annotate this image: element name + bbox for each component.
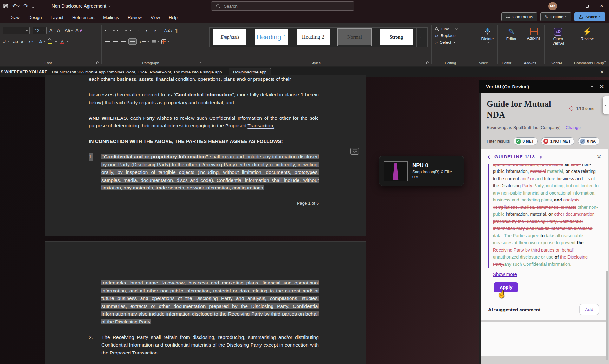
dictate-button[interactable]: Dictate bbox=[477, 25, 498, 44]
comment-indicator-button[interactable] bbox=[350, 148, 359, 155]
tab-view[interactable]: View bbox=[146, 13, 164, 22]
panel-side-collapse-tab[interactable] bbox=[603, 96, 609, 114]
guideline-close-icon[interactable]: ✕ bbox=[597, 153, 601, 160]
save-button[interactable] bbox=[3, 3, 8, 9]
select-button[interactable]: ▷ Select bbox=[435, 40, 471, 45]
ai-comment-row: AI suggested comment Add bbox=[481, 298, 608, 315]
style-heading-1[interactable]: Heading 1 bbox=[255, 29, 288, 45]
word-window: ↶ ↷ Non Disclosure Agreement MB × Draw D… bbox=[0, 0, 609, 364]
align-left-button[interactable] bbox=[105, 40, 110, 43]
quick-access-toolbar: ↶ ↷ bbox=[0, 3, 34, 10]
numbering-button[interactable] bbox=[117, 29, 127, 32]
search-input[interactable] bbox=[224, 4, 338, 9]
line-spacing-button[interactable]: ↕ bbox=[139, 39, 149, 44]
show-more-link[interactable]: Show more bbox=[493, 271, 517, 277]
customize-quick-access-button[interactable] bbox=[32, 3, 34, 10]
comments-button[interactable]: Comments bbox=[501, 12, 537, 21]
chevron-down-icon bbox=[67, 40, 69, 42]
tab-help[interactable]: Help bbox=[164, 13, 182, 22]
text-effects-button[interactable]: A bbox=[39, 39, 45, 44]
minimize-button[interactable] bbox=[565, 0, 580, 12]
tab-design[interactable]: Design bbox=[24, 13, 46, 22]
panel-close-icon[interactable]: ✕ bbox=[600, 84, 604, 90]
replace-button[interactable]: ⇄ Replace bbox=[435, 33, 471, 38]
close-button[interactable]: × bbox=[594, 0, 609, 12]
review-command-button[interactable]: ⚡ Review bbox=[577, 25, 598, 41]
bullets-button[interactable] bbox=[105, 29, 115, 32]
download-app-button[interactable]: Download the app bbox=[229, 68, 271, 76]
undo-button[interactable]: ↶ bbox=[12, 3, 19, 9]
change-case-button[interactable]: Aa bbox=[65, 28, 73, 33]
avatar[interactable]: MB bbox=[548, 2, 557, 10]
document-page-2[interactable]: trademarks, brand name, know-how, busine… bbox=[45, 242, 366, 364]
chevron-down-icon bbox=[453, 41, 455, 43]
list-number: 1. bbox=[89, 153, 93, 161]
collapse-ribbon-button[interactable] bbox=[604, 58, 606, 64]
style-normal[interactable]: Normal bbox=[338, 29, 371, 45]
tab-layout[interactable]: Layout bbox=[46, 13, 68, 22]
font-name-combobox[interactable] bbox=[3, 27, 30, 34]
share-button[interactable]: Share bbox=[574, 12, 605, 21]
decrease-indent-button[interactable]: ◂ bbox=[145, 29, 152, 32]
search-bar[interactable] bbox=[211, 1, 354, 11]
style-strong[interactable]: Strong bbox=[380, 29, 413, 45]
styles-dialog-launcher[interactable] bbox=[426, 62, 429, 64]
editing-mode-button[interactable]: ✎ Editing bbox=[540, 12, 572, 21]
subscript-button[interactable]: x2 bbox=[21, 39, 25, 44]
styles-gallery-more-button[interactable] bbox=[416, 28, 424, 47]
previous-guideline-button[interactable] bbox=[488, 154, 491, 160]
open-verifai-button[interactable]: Open VerifAI bbox=[548, 25, 569, 46]
sort-button[interactable]: AZ↓ bbox=[164, 29, 173, 32]
style-heading-2[interactable]: Heading 2 bbox=[297, 29, 330, 45]
guide-progress-text: 1/13 done bbox=[576, 106, 594, 111]
filter-badge-met[interactable]: ✓0 MET bbox=[514, 137, 538, 145]
strikethrough-button[interactable]: ab bbox=[13, 39, 18, 44]
verifai-panel-title: VerifAI (On-Device) bbox=[486, 84, 529, 89]
filter-badge-na[interactable]: 0 NA bbox=[578, 137, 599, 145]
justify-button[interactable] bbox=[129, 39, 136, 44]
editor-button[interactable]: ✎ Editor bbox=[501, 25, 522, 41]
tab-mailings[interactable]: Mailings bbox=[99, 13, 123, 22]
borders-button[interactable] bbox=[161, 39, 169, 44]
banner-close-icon[interactable]: ✕ bbox=[600, 69, 604, 75]
document-title[interactable]: Non Disclosure Agreement bbox=[52, 3, 111, 9]
font-dialog-launcher[interactable] bbox=[96, 62, 99, 64]
multilevel-list-button[interactable] bbox=[130, 29, 139, 32]
shrink-font-button[interactable]: Aˇ bbox=[57, 28, 62, 33]
filter-badge-not-met[interactable]: ×1 NOT MET bbox=[541, 137, 574, 145]
document-page-1[interactable]: each other's business, assets, financial… bbox=[45, 75, 366, 236]
panel-collapse-icon[interactable] bbox=[590, 85, 593, 87]
font-color-button[interactable]: A bbox=[60, 39, 64, 44]
next-guideline-button[interactable] bbox=[539, 154, 541, 160]
add-comment-button[interactable]: Add bbox=[579, 304, 599, 315]
panel-scrollbar[interactable] bbox=[606, 271, 608, 360]
dictate-label: Dictate bbox=[481, 37, 494, 41]
tab-review[interactable]: Review bbox=[123, 13, 146, 22]
shading-button[interactable] bbox=[152, 40, 159, 43]
highlight-color-button[interactable] bbox=[48, 39, 52, 44]
tab-references[interactable]: References bbox=[68, 13, 99, 22]
clear-formatting-button[interactable]: A bbox=[75, 28, 82, 33]
align-center-button[interactable] bbox=[113, 40, 118, 43]
paragraph-dialog-launcher[interactable] bbox=[199, 62, 201, 64]
spinner-icon bbox=[569, 106, 573, 111]
font-size-combobox[interactable]: 12 bbox=[33, 27, 47, 34]
style-emphasis[interactable]: Emphasis bbox=[213, 29, 246, 45]
addins-group: Add-ins Add-ins bbox=[521, 23, 544, 66]
editor-group: ✎ Editor Editor bbox=[498, 23, 519, 66]
change-link[interactable]: Change bbox=[566, 125, 580, 130]
redo-button[interactable]: ↷ bbox=[23, 3, 28, 9]
font-group-label: Font bbox=[0, 61, 96, 65]
superscript-button[interactable]: x2 bbox=[28, 39, 33, 44]
underline-button[interactable]: U bbox=[3, 39, 6, 44]
addins-button[interactable]: Add-ins bbox=[523, 25, 544, 41]
align-right-button[interactable] bbox=[121, 40, 126, 43]
grow-font-button[interactable]: Aˆ bbox=[49, 28, 54, 33]
show-formatting-marks-button[interactable]: ¶ bbox=[175, 28, 178, 33]
replace-icon: ⇄ bbox=[435, 33, 438, 38]
increase-indent-button[interactable]: ▸ bbox=[155, 29, 161, 32]
find-button[interactable]: Find bbox=[435, 27, 471, 31]
paragraph-group-label: Paragraph bbox=[102, 61, 199, 65]
tab-draw[interactable]: Draw bbox=[5, 13, 24, 22]
restore-button[interactable] bbox=[580, 0, 594, 12]
